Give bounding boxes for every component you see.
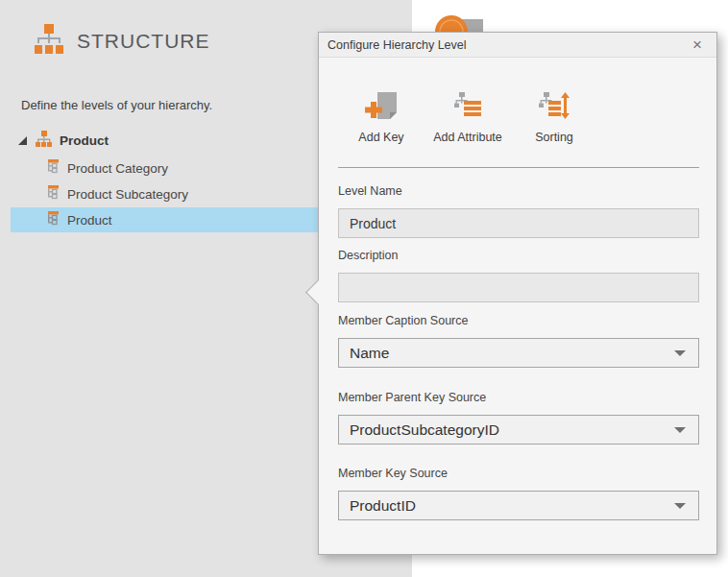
- page-title: STRUCTURE: [77, 30, 210, 53]
- dialog-title: Configure Hierarchy Level: [328, 38, 687, 52]
- panel-header: STRUCTURE: [35, 24, 210, 59]
- member-key-source-select[interactable]: ProductID: [338, 491, 699, 520]
- sorting-icon: [539, 92, 570, 123]
- selected-value: ProductSubcategoryID: [350, 421, 674, 439]
- chevron-down-icon: [674, 350, 686, 356]
- tree-node-label: Product Category: [67, 161, 168, 176]
- hierarchy-icon: [36, 131, 52, 151]
- add-key-icon: [365, 92, 398, 123]
- tree-node-label: Product: [60, 133, 109, 148]
- level-icon: [44, 184, 60, 204]
- add-attribute-button[interactable]: Add Attribute: [425, 79, 511, 145]
- dialog-titlebar[interactable]: Configure Hierarchy Level ×: [319, 33, 716, 58]
- member-caption-source-select[interactable]: Name: [338, 338, 699, 368]
- toolbar-button-label: Add Key: [346, 131, 417, 145]
- add-attribute-icon: [454, 92, 481, 123]
- configure-hierarchy-level-dialog: Configure Hierarchy Level × Add Key: [318, 32, 717, 555]
- expander-icon[interactable]: [18, 136, 27, 145]
- toolbar-button-label: Sorting: [519, 131, 590, 145]
- description-input[interactable]: [338, 273, 699, 302]
- selected-value: Name: [350, 345, 674, 362]
- toolbar-separator: [338, 167, 699, 168]
- sorting-button[interactable]: Sorting: [511, 79, 597, 145]
- level-icon: [44, 210, 60, 229]
- background-tile-icon: [432, 12, 499, 32]
- member-parent-key-source-label: Member Parent Key Source: [338, 391, 486, 404]
- description-label: Description: [338, 249, 399, 262]
- member-key-source-label: Member Key Source: [338, 467, 448, 480]
- level-name-label: Level Name: [338, 184, 402, 198]
- panel-subtitle: Define the levels of your hierarchy.: [21, 98, 212, 112]
- dialog-toolbar: Add Key Add Attribute: [338, 79, 597, 145]
- add-key-button[interactable]: Add Key: [338, 79, 425, 145]
- tree-node-label: Product Subcategory: [67, 187, 188, 202]
- level-name-input[interactable]: [338, 208, 699, 238]
- close-icon[interactable]: ×: [687, 35, 708, 56]
- member-parent-key-source-select[interactable]: ProductSubcategoryID: [338, 415, 699, 445]
- toolbar-button-label: Add Attribute: [432, 131, 503, 145]
- tree-node-label: Product: [67, 213, 112, 228]
- level-icon: [44, 158, 60, 178]
- selected-value: ProductID: [350, 497, 674, 515]
- structure-icon: [35, 24, 63, 59]
- member-caption-source-label: Member Caption Source: [338, 314, 468, 327]
- chevron-down-icon: [674, 503, 686, 509]
- chevron-down-icon: [674, 427, 686, 433]
